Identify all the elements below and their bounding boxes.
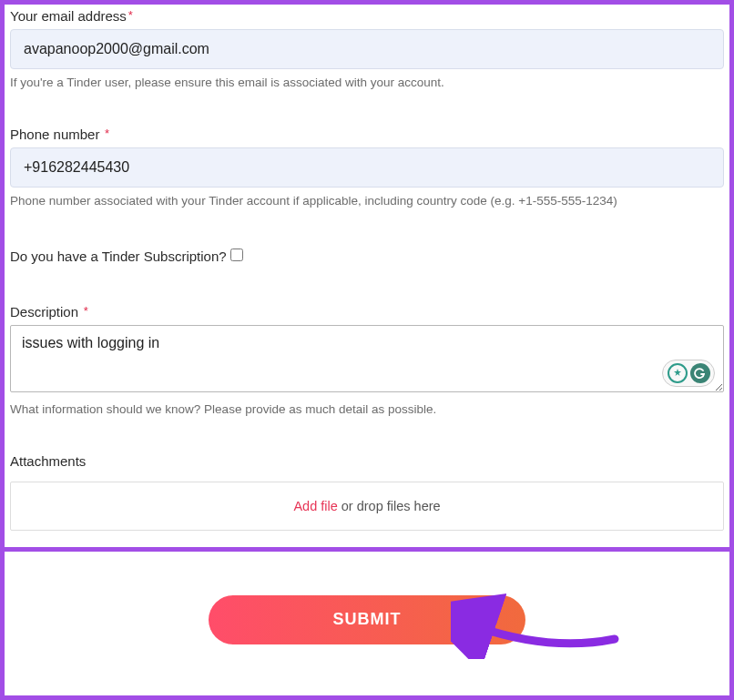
email-group: Your email address* If you're a Tinder u… bbox=[10, 8, 724, 92]
email-label: Your email address bbox=[10, 8, 127, 24]
required-asterisk: * bbox=[80, 304, 88, 318]
submit-panel: SUBMIT bbox=[5, 552, 729, 644]
attachments-group: Attachments Add file or drop files here bbox=[10, 453, 724, 531]
drop-text: or drop files here bbox=[338, 499, 441, 513]
email-field[interactable] bbox=[10, 29, 724, 69]
grammar-widget[interactable] bbox=[662, 360, 715, 387]
phone-label: Phone number bbox=[10, 127, 99, 142]
form-frame: Your email address* If you're a Tinder u… bbox=[0, 0, 734, 700]
description-label: Description bbox=[10, 304, 78, 320]
phone-group: Phone number * Phone number associated w… bbox=[10, 127, 724, 210]
subscription-group: Do you have a Tinder Subscription? bbox=[10, 241, 724, 269]
description-help: What information should we know? Please … bbox=[10, 401, 724, 419]
email-help: If you're a Tinder user, please ensure t… bbox=[10, 75, 724, 92]
subscription-checkbox[interactable] bbox=[230, 249, 243, 261]
attachments-label: Attachments bbox=[10, 453, 86, 469]
subscription-label: Do you have a Tinder Subscription? bbox=[10, 249, 227, 264]
description-group: Description * What information should we… bbox=[10, 304, 724, 419]
submit-button[interactable]: SUBMIT bbox=[209, 595, 525, 644]
attachments-dropzone[interactable]: Add file or drop files here bbox=[10, 482, 724, 531]
required-asterisk: * bbox=[128, 8, 133, 22]
phone-field[interactable] bbox=[10, 147, 724, 188]
description-wrapper bbox=[10, 325, 724, 396]
bulb-icon[interactable] bbox=[668, 363, 688, 383]
grammarly-icon[interactable] bbox=[690, 363, 710, 383]
phone-help: Phone number associated with your Tinder… bbox=[10, 193, 724, 210]
form-panel: Your email address* If you're a Tinder u… bbox=[5, 5, 729, 552]
description-field[interactable] bbox=[10, 325, 724, 392]
required-asterisk: * bbox=[101, 127, 109, 140]
add-file-link[interactable]: Add file bbox=[293, 499, 337, 513]
